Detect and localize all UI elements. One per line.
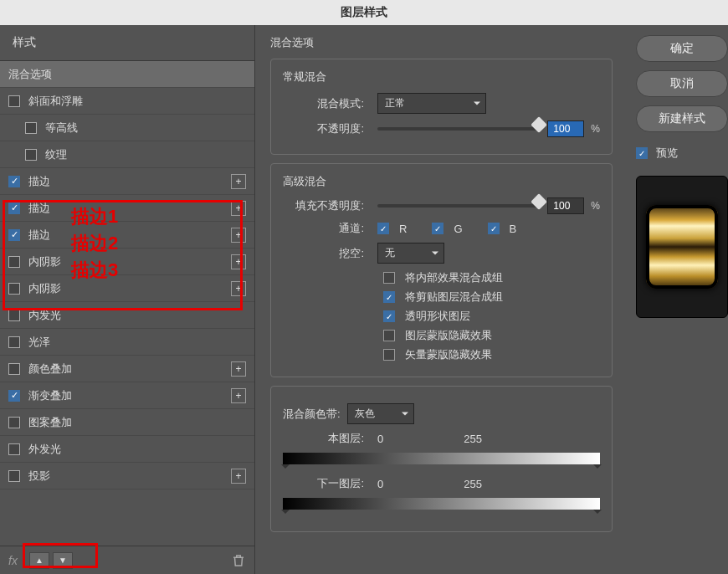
cb-vector-mask-hides[interactable] bbox=[383, 349, 395, 361]
style-list: 混合选项 斜面和浮雕 等高线 纹理 描边+ 描边+ 描边+ 内阴影+ 内阴影+ … bbox=[0, 61, 254, 546]
right-panel: 确定 取消 新建样式 预览 bbox=[628, 25, 728, 574]
checkbox[interactable] bbox=[8, 390, 20, 402]
channel-b-checkbox[interactable] bbox=[488, 223, 500, 234]
slider-stop[interactable] bbox=[281, 510, 290, 518]
fill-opacity-slider[interactable] bbox=[377, 204, 541, 208]
options-panel: 混合选项 常规混合 混合模式: 正常 不透明度: 100 % 高级混合 填充不透… bbox=[255, 25, 628, 574]
add-icon[interactable]: + bbox=[231, 361, 246, 377]
blending-options-item[interactable]: 混合选项 bbox=[0, 61, 254, 88]
checkbox[interactable] bbox=[8, 443, 20, 455]
normal-blend-title: 常规混合 bbox=[283, 69, 600, 85]
checkbox[interactable] bbox=[8, 310, 20, 321]
style-stroke-3[interactable]: 描边+ bbox=[0, 222, 254, 249]
blending-options-label: 混合选项 bbox=[8, 67, 246, 82]
style-inner-shadow-1[interactable]: 内阴影+ bbox=[0, 249, 254, 275]
fill-opacity-label: 填充不透明度: bbox=[283, 198, 371, 213]
style-color-overlay[interactable]: 颜色叠加+ bbox=[0, 356, 254, 382]
style-inner-shadow-2[interactable]: 内阴影+ bbox=[0, 275, 254, 302]
style-stroke-1[interactable]: 描边+ bbox=[0, 168, 254, 195]
add-icon[interactable]: + bbox=[231, 174, 246, 189]
checkbox[interactable] bbox=[25, 149, 37, 161]
pct: % bbox=[591, 123, 600, 135]
checkbox[interactable] bbox=[8, 363, 20, 375]
blend-if-select[interactable]: 灰色 bbox=[347, 403, 414, 424]
preview-checkbox[interactable] bbox=[636, 147, 648, 159]
style-bevel[interactable]: 斜面和浮雕 bbox=[0, 88, 254, 115]
trash-icon[interactable] bbox=[231, 553, 246, 568]
style-stroke-2[interactable]: 描边+ bbox=[0, 195, 254, 222]
style-inner-glow[interactable]: 内发光 bbox=[0, 302, 254, 329]
checkbox[interactable] bbox=[8, 202, 20, 214]
slider-stop[interactable] bbox=[593, 510, 602, 518]
opacity-slider[interactable] bbox=[377, 127, 541, 131]
style-contour[interactable]: 等高线 bbox=[0, 115, 254, 141]
bottom-bar: fx ▲ ▼ bbox=[0, 546, 254, 574]
checkbox[interactable] bbox=[8, 336, 20, 348]
blend-if-group: 混合颜色带: 灰色 本图层: 0255 下一图层: 0255 bbox=[270, 386, 613, 532]
preview-label: 预览 bbox=[656, 146, 678, 161]
slider-thumb[interactable] bbox=[531, 193, 548, 210]
styles-header: 样式 bbox=[0, 25, 254, 61]
fx-label: fx bbox=[8, 554, 18, 567]
checkbox[interactable] bbox=[8, 95, 20, 107]
cb-interior-effects[interactable] bbox=[383, 272, 395, 284]
checkbox[interactable] bbox=[8, 417, 20, 428]
slider-stop[interactable] bbox=[593, 464, 602, 473]
checkbox[interactable] bbox=[25, 122, 37, 134]
normal-blend-group: 常规混合 混合模式: 正常 不透明度: 100 % bbox=[270, 59, 613, 155]
opacity-input[interactable]: 100 bbox=[547, 120, 584, 137]
style-pattern-overlay[interactable]: 图案叠加 bbox=[0, 409, 254, 436]
add-icon[interactable]: + bbox=[231, 388, 246, 403]
add-icon[interactable]: + bbox=[231, 469, 246, 484]
checkbox[interactable] bbox=[8, 229, 20, 241]
checkbox[interactable] bbox=[8, 176, 20, 187]
checkbox[interactable] bbox=[8, 256, 20, 268]
titlebar: 图层样式 bbox=[0, 0, 728, 25]
slider-thumb[interactable] bbox=[531, 116, 548, 133]
blend-mode-label: 混合模式: bbox=[283, 96, 371, 111]
fill-opacity-input[interactable]: 100 bbox=[547, 197, 584, 214]
styles-panel: 样式 混合选项 斜面和浮雕 等高线 纹理 描边+ 描边+ 描边+ 内阴影+ 内阴… bbox=[0, 25, 255, 574]
slider-stop[interactable] bbox=[281, 464, 290, 473]
under-layer-gradient[interactable] bbox=[283, 498, 600, 510]
style-texture[interactable]: 纹理 bbox=[0, 141, 254, 168]
cb-transparency-shapes[interactable] bbox=[383, 310, 395, 322]
channel-r-checkbox[interactable] bbox=[377, 223, 389, 234]
cb-clipped-layers[interactable] bbox=[383, 291, 395, 303]
blend-if-label: 混合颜色带: bbox=[283, 407, 341, 422]
pct: % bbox=[591, 200, 600, 212]
add-icon[interactable]: + bbox=[231, 228, 246, 243]
style-satin[interactable]: 光泽 bbox=[0, 329, 254, 356]
checkbox[interactable] bbox=[8, 283, 20, 295]
ok-button[interactable]: 确定 bbox=[636, 35, 728, 62]
add-icon[interactable]: + bbox=[231, 254, 246, 269]
style-gradient-overlay[interactable]: 渐变叠加+ bbox=[0, 382, 254, 409]
move-up-button[interactable]: ▲ bbox=[29, 552, 49, 569]
advanced-blend-group: 高级混合 填充不透明度: 100 % 通道: R G B 挖空: bbox=[270, 163, 613, 377]
options-title: 混合选项 bbox=[270, 35, 613, 50]
add-icon[interactable]: + bbox=[231, 201, 246, 216]
style-outer-glow[interactable]: 外发光 bbox=[0, 436, 254, 463]
add-icon[interactable]: + bbox=[231, 281, 246, 296]
style-drop-shadow[interactable]: 投影+ bbox=[0, 463, 254, 489]
knockout-select[interactable]: 无 bbox=[377, 243, 444, 264]
new-style-button[interactable]: 新建样式 bbox=[636, 105, 728, 132]
this-layer-label: 本图层: bbox=[283, 431, 371, 446]
preview-thumbnail bbox=[636, 176, 728, 318]
channel-g-checkbox[interactable] bbox=[432, 223, 443, 234]
knockout-label: 挖空: bbox=[283, 246, 371, 261]
checkbox[interactable] bbox=[8, 470, 20, 482]
channels-label: 通道: bbox=[283, 221, 371, 236]
cancel-button[interactable]: 取消 bbox=[636, 70, 728, 97]
this-layer-gradient[interactable] bbox=[283, 453, 600, 464]
move-down-button[interactable]: ▼ bbox=[53, 552, 73, 569]
opacity-label: 不透明度: bbox=[283, 121, 371, 136]
under-layer-label: 下一图层: bbox=[283, 476, 371, 491]
preview-graphic bbox=[646, 205, 718, 290]
cb-layer-mask-hides[interactable] bbox=[383, 330, 395, 341]
advanced-blend-title: 高级混合 bbox=[283, 174, 600, 189]
blend-mode-select[interactable]: 正常 bbox=[377, 93, 486, 114]
